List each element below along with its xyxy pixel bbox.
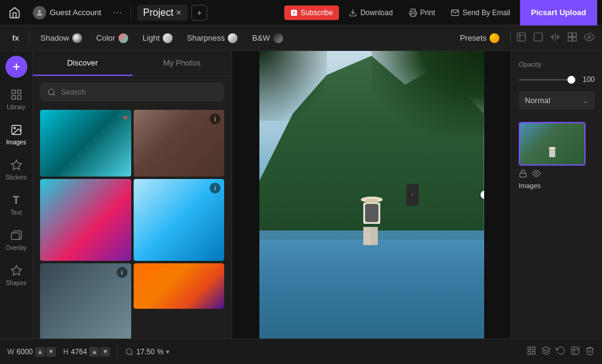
list-item[interactable] xyxy=(40,179,131,261)
opacity-slider[interactable] xyxy=(519,79,575,81)
color-button[interactable]: Color xyxy=(91,31,134,46)
eye-icon[interactable] xyxy=(584,32,595,45)
svg-rect-24 xyxy=(520,173,527,177)
more-options-button[interactable]: ⋯ xyxy=(110,7,125,18)
width-field: W 6000 ▲ ▼ xyxy=(7,347,56,357)
svg-rect-20 xyxy=(11,233,19,240)
shapes-icon xyxy=(9,263,24,278)
sidebar-item-library[interactable]: Library xyxy=(2,83,31,115)
delete-icon[interactable] xyxy=(585,346,595,358)
avatar xyxy=(33,6,46,19)
sidebar-item-stickers[interactable]: Stickers xyxy=(2,153,31,186)
panel-search xyxy=(33,76,231,107)
svg-rect-30 xyxy=(528,351,531,354)
overlay-icon xyxy=(9,228,24,243)
zoom-field: 17.50 % ▾ xyxy=(125,348,169,356)
sidebar-item-shapes[interactable]: Shapes xyxy=(2,258,31,291)
print-label: Print xyxy=(420,8,436,17)
resize-icon[interactable] xyxy=(516,32,527,45)
info-badge: i xyxy=(210,183,221,194)
svg-point-26 xyxy=(126,348,132,354)
height-value[interactable]: 4764 xyxy=(71,348,87,356)
search-input[interactable] xyxy=(61,87,217,96)
print-button[interactable]: Print xyxy=(403,5,442,20)
bw-button[interactable]: B&W xyxy=(246,31,289,46)
send-email-label: Send By Email xyxy=(462,8,510,17)
flip-icon[interactable] xyxy=(550,32,561,45)
opacity-thumb[interactable] xyxy=(567,76,575,84)
list-item[interactable]: i xyxy=(134,179,225,261)
list-item[interactable] xyxy=(134,263,225,309)
width-down-button[interactable]: ▼ xyxy=(46,347,56,357)
zoom-value[interactable]: 17.50 xyxy=(136,348,154,356)
svg-point-19 xyxy=(13,127,15,129)
svg-rect-9 xyxy=(568,37,572,41)
svg-rect-10 xyxy=(573,37,576,41)
presets-button[interactable]: Presets xyxy=(454,31,505,46)
eye-layer-icon[interactable] xyxy=(532,169,541,180)
svg-line-23 xyxy=(53,93,55,95)
download-button[interactable]: Download xyxy=(343,5,398,20)
info-badge: i xyxy=(210,113,221,124)
subscribe-button[interactable]: Subscribe xyxy=(284,5,339,20)
width-value[interactable]: 6000 xyxy=(16,348,33,356)
project-label: Project xyxy=(143,7,174,18)
sharpness-label: Sharpness xyxy=(187,33,225,42)
presets-icon xyxy=(490,33,499,43)
list-item[interactable]: i xyxy=(134,110,225,177)
grid-view-icon[interactable] xyxy=(527,346,536,358)
width-up-button[interactable]: ▲ xyxy=(35,347,45,357)
home-button[interactable] xyxy=(5,3,24,22)
blend-mode-selector[interactable]: Normal ⌄ xyxy=(519,91,595,110)
lock-icon[interactable] xyxy=(519,169,527,180)
tab-my-photos[interactable]: My Photos xyxy=(132,51,232,76)
close-project-icon[interactable]: ✕ xyxy=(176,8,182,17)
transform-icon[interactable] xyxy=(567,32,578,45)
crop-icon[interactable] xyxy=(533,32,544,45)
height-down-button[interactable]: ▼ xyxy=(100,347,110,357)
toolbar-separator2 xyxy=(510,32,511,45)
canvas-image xyxy=(259,51,484,339)
add-element-button[interactable] xyxy=(5,56,27,78)
shadow-icon xyxy=(72,33,82,43)
sidebar-item-text[interactable]: T Text xyxy=(2,188,31,221)
add-tab-button[interactable]: + xyxy=(191,5,207,21)
upload-button[interactable]: Picsart Upload xyxy=(520,0,597,25)
collapse-panel-button[interactable] xyxy=(406,184,419,206)
height-up-button[interactable]: ▲ xyxy=(89,347,99,357)
list-item[interactable]: ♥ xyxy=(40,110,131,177)
project-tab[interactable]: Project ✕ xyxy=(137,5,188,21)
overlay-label: Overlay xyxy=(5,244,26,251)
bottom-bar: W 6000 ▲ ▼ H 4764 ▲ ▼ 17.50 % ▾ xyxy=(0,339,602,364)
svg-rect-8 xyxy=(573,33,576,36)
layers-icon[interactable] xyxy=(541,346,551,358)
svg-rect-31 xyxy=(532,351,535,354)
svg-rect-6 xyxy=(534,33,542,41)
opacity-row: 100 xyxy=(519,75,595,84)
shadow-button[interactable]: Shadow xyxy=(35,31,88,46)
zoom-down-icon[interactable]: ▾ xyxy=(166,348,169,356)
account-label: Guest Account xyxy=(50,8,101,17)
layer-thumbnail[interactable] xyxy=(519,122,586,166)
color-label: Color xyxy=(97,33,115,42)
history-icon[interactable] xyxy=(556,346,566,358)
light-button[interactable]: Light xyxy=(137,31,179,46)
light-icon xyxy=(163,33,173,43)
sharpness-icon xyxy=(228,33,238,43)
svg-line-27 xyxy=(131,353,133,355)
layout-icon[interactable] xyxy=(570,346,580,358)
panel-grid: ♥ i i i xyxy=(33,107,231,339)
sharpness-button[interactable]: Sharpness xyxy=(181,31,244,46)
tab-discover[interactable]: Discover xyxy=(33,51,132,76)
shadow-label: Shadow xyxy=(41,33,69,42)
svg-rect-5 xyxy=(517,33,525,41)
sidebar-item-overlay[interactable]: Overlay xyxy=(2,223,31,256)
search-box[interactable] xyxy=(40,83,224,101)
svg-point-25 xyxy=(535,172,538,175)
send-email-button[interactable]: Send By Email xyxy=(445,5,516,20)
sidebar-item-images[interactable]: Images xyxy=(2,118,31,150)
chevron-down-icon: ⌄ xyxy=(583,96,589,105)
user-account-button[interactable]: Guest Account xyxy=(28,4,106,22)
fx-button[interactable]: fx xyxy=(7,33,24,42)
list-item[interactable]: i xyxy=(40,263,131,339)
